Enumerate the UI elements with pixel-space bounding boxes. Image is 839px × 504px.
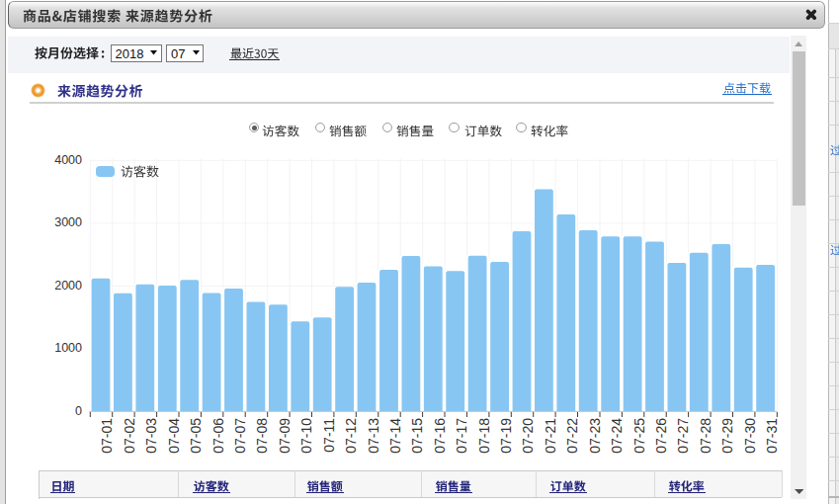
svg-text:07-22: 07-22 (564, 418, 580, 454)
svg-text:07-18: 07-18 (476, 418, 492, 454)
svg-text:07-11: 07-11 (321, 418, 337, 453)
svg-text:07-13: 07-13 (366, 418, 381, 454)
svg-text:07-30: 07-30 (742, 418, 758, 454)
svg-text:07-20: 07-20 (520, 418, 536, 454)
svg-text:07-15: 07-15 (409, 418, 425, 454)
svg-text:07-08: 07-08 (254, 418, 270, 454)
svg-text:07-05: 07-05 (188, 418, 204, 454)
svg-text:07-06: 07-06 (210, 418, 226, 454)
svg-text:07-09: 07-09 (277, 418, 293, 454)
svg-text:07-12: 07-12 (343, 418, 359, 454)
svg-text:07-03: 07-03 (143, 418, 159, 454)
svg-text:07-17: 07-17 (454, 418, 469, 454)
svg-text:07-31: 07-31 (764, 418, 780, 454)
svg-text:07-27: 07-27 (675, 418, 691, 454)
svg-text:07-24: 07-24 (609, 418, 625, 454)
svg-text:07-19: 07-19 (498, 418, 514, 454)
svg-text:07-14: 07-14 (387, 418, 403, 454)
svg-text:07-07: 07-07 (232, 418, 248, 454)
svg-text:07-16: 07-16 (432, 418, 448, 454)
svg-text:07-21: 07-21 (543, 418, 558, 454)
svg-text:07-23: 07-23 (587, 418, 603, 454)
svg-text:07-10: 07-10 (298, 418, 314, 454)
svg-text:07-28: 07-28 (698, 418, 713, 454)
svg-text:07-04: 07-04 (166, 418, 182, 454)
svg-text:07-26: 07-26 (653, 418, 669, 454)
svg-text:07-02: 07-02 (122, 418, 137, 454)
svg-text:07-29: 07-29 (719, 418, 735, 454)
svg-text:07-01: 07-01 (99, 418, 115, 454)
svg-text:07-25: 07-25 (631, 418, 647, 454)
